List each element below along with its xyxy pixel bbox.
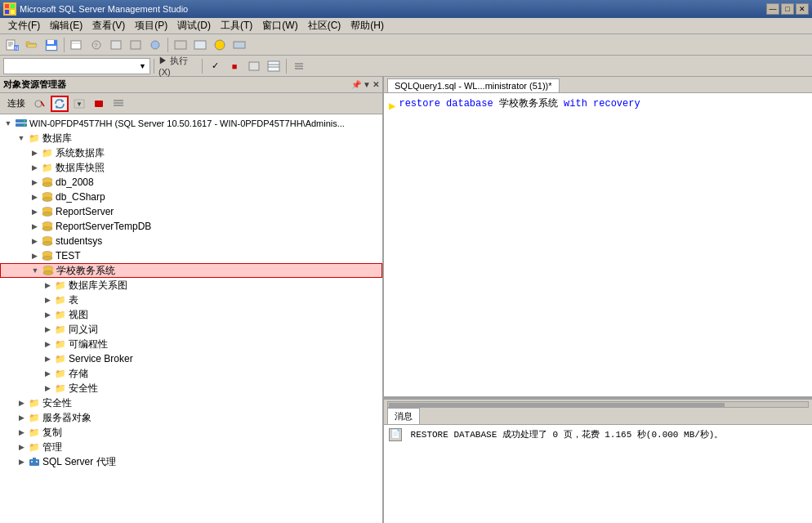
main-toolbar-2: ▼ ▶ 执行(X) ✓ ■: [0, 56, 812, 77]
menu-tools[interactable]: 工具(T): [216, 17, 257, 34]
rs-expand[interactable]: ▶: [28, 205, 41, 218]
system-db-node[interactable]: ▶ 📁 系统数据库: [0, 145, 382, 160]
btn-8[interactable]: [146, 37, 164, 53]
open-btn[interactable]: [23, 37, 41, 53]
synonyms-node[interactable]: ▶ 📁 同义词: [0, 322, 382, 337]
query-editor[interactable]: ▶ restore database 学校教务系统 with recovery: [384, 93, 812, 399]
replication-node[interactable]: ▶ 📁 复制: [0, 425, 382, 440]
programmability-node[interactable]: ▶ 📁 可编程性: [0, 337, 382, 351]
svg-point-42: [24, 124, 25, 126]
btn-6[interactable]: [107, 37, 125, 53]
db-snapshot-node[interactable]: ▶ 📁 数据库快照: [0, 160, 382, 175]
storage-expand[interactable]: ▶: [41, 367, 54, 380]
rstemp-node[interactable]: ▶ ReportServerTempDB: [0, 219, 382, 234]
reportserver-node[interactable]: ▶ ReportServer: [0, 204, 382, 219]
syn-expand[interactable]: ▶: [41, 323, 54, 336]
agent-node[interactable]: ▶ SQL Server 代理: [0, 454, 382, 469]
server-node[interactable]: ▼ WIN-0PFDP45T7HH (SQL Server 10.50.1617…: [0, 116, 382, 131]
oe-connect-btn[interactable]: 连接: [3, 96, 29, 112]
security-expand[interactable]: ▶: [15, 396, 28, 409]
menu-community[interactable]: 社区(C): [303, 17, 346, 34]
sobj-expand[interactable]: ▶: [15, 411, 28, 424]
results-btn[interactable]: [265, 58, 283, 74]
panel-controls[interactable]: 📌 ▼ ✕: [351, 80, 379, 89]
studentsys-node[interactable]: ▶ studentsys: [0, 234, 382, 248]
btn-5[interactable]: ?: [87, 37, 105, 53]
result-tab-bar: 消息: [384, 409, 812, 425]
sb-expand[interactable]: ▶: [41, 352, 54, 365]
server-expand[interactable]: ▼: [2, 117, 15, 130]
close-button[interactable]: ✕: [796, 3, 809, 15]
databases-expand[interactable]: ▼: [15, 132, 28, 145]
views-node[interactable]: ▶ 📁 视图: [0, 307, 382, 322]
panel-menu-btn[interactable]: ▼: [363, 80, 371, 89]
service-broker-node[interactable]: ▶ 📁 Service Broker: [0, 351, 382, 366]
security-child-node[interactable]: ▶ 📁 安全性: [0, 381, 382, 396]
mgmt-expand[interactable]: ▶: [15, 440, 28, 454]
menu-project[interactable]: 项目(P): [130, 17, 172, 34]
menu-view[interactable]: 查看(V): [87, 17, 130, 34]
svg-rect-11: [47, 40, 54, 44]
new-query-btn[interactable]: N: [3, 37, 21, 53]
menu-debug[interactable]: 调试(D): [172, 17, 216, 34]
sysdb-expand[interactable]: ▶: [28, 146, 41, 159]
btn-10[interactable]: [191, 37, 209, 53]
security-node[interactable]: ▶ 📁 安全性: [0, 396, 382, 410]
rep-expand[interactable]: ▶: [15, 426, 28, 439]
panel-close-btn[interactable]: ✕: [373, 80, 379, 89]
views-expand[interactable]: ▶: [41, 308, 54, 321]
security-child-expand[interactable]: ▶: [41, 382, 54, 395]
h-scrollbar[interactable]: [384, 399, 812, 409]
debug-btn[interactable]: ✓: [206, 58, 224, 74]
storage-node[interactable]: ▶ 📁 存储: [0, 366, 382, 381]
parse-btn[interactable]: [245, 58, 263, 74]
btn-9[interactable]: [172, 37, 190, 53]
oe-refresh-btn[interactable]: [51, 96, 69, 112]
menu-edit[interactable]: 编辑(E): [45, 17, 87, 34]
tables-expand[interactable]: ▶: [41, 293, 54, 306]
databases-node[interactable]: ▼ 📁 数据库: [0, 131, 382, 145]
rstemp-expand[interactable]: ▶: [28, 220, 41, 233]
dbcsharp-node[interactable]: ▶ db_CSharp: [0, 190, 382, 204]
menu-help[interactable]: 帮助(H): [346, 17, 389, 34]
prog-label: 可编程性: [69, 337, 108, 351]
oe-collapse-btn[interactable]: [109, 96, 127, 112]
oe-disconnect-btn[interactable]: [31, 96, 49, 112]
oe-filter-btn[interactable]: ▼: [70, 96, 88, 112]
server-obj-node[interactable]: ▶ 📁 服务器对象: [0, 410, 382, 425]
btn-7[interactable]: [127, 37, 145, 53]
window-controls[interactable]: — □ ✕: [766, 3, 809, 15]
save-btn[interactable]: [42, 37, 60, 53]
dbcsharp-expand[interactable]: ▶: [28, 190, 41, 203]
management-node[interactable]: ▶ 📁 管理: [0, 440, 382, 454]
more-btns[interactable]: [290, 58, 308, 74]
prog-expand[interactable]: ▶: [41, 337, 54, 351]
minimize-button[interactable]: —: [766, 3, 779, 15]
db2008-expand[interactable]: ▶: [28, 176, 41, 189]
ss-expand[interactable]: ▶: [28, 235, 41, 248]
messages-tab[interactable]: 消息: [387, 408, 420, 424]
tables-node[interactable]: ▶ 📁 表: [0, 293, 382, 307]
query-tab[interactable]: SQLQuery1.sql - WL...ministrator (51))*: [387, 78, 560, 92]
schema-expand[interactable]: ▶: [41, 279, 54, 292]
db2008-node[interactable]: ▶ db_2008: [0, 175, 382, 190]
menu-window[interactable]: 窗口(W): [257, 17, 302, 34]
test-node[interactable]: ▶ TEST: [0, 248, 382, 263]
menu-file[interactable]: 文件(F): [3, 17, 45, 34]
btn-11[interactable]: [211, 37, 229, 53]
agent-label: SQL Server 代理: [42, 455, 116, 469]
snapshot-expand[interactable]: ▶: [28, 161, 41, 174]
stop-btn[interactable]: ■: [225, 58, 243, 74]
execute-btn[interactable]: ▶ 执行(X): [158, 58, 199, 74]
schema-node[interactable]: ▶ 📁 数据库关系图: [0, 278, 382, 293]
test-expand[interactable]: ▶: [28, 249, 41, 262]
oe-stop-btn[interactable]: [90, 96, 108, 112]
btn-4[interactable]: [68, 37, 86, 53]
btn-12[interactable]: [230, 37, 248, 53]
database-dropdown[interactable]: ▼: [3, 58, 150, 74]
agent-expand[interactable]: ▶: [15, 455, 28, 468]
maximize-button[interactable]: □: [781, 3, 794, 15]
school-expand[interactable]: ▼: [29, 264, 42, 277]
school-db-node[interactable]: ▼ 学校教务系统: [0, 263, 382, 278]
pin-btn[interactable]: 📌: [351, 80, 361, 89]
